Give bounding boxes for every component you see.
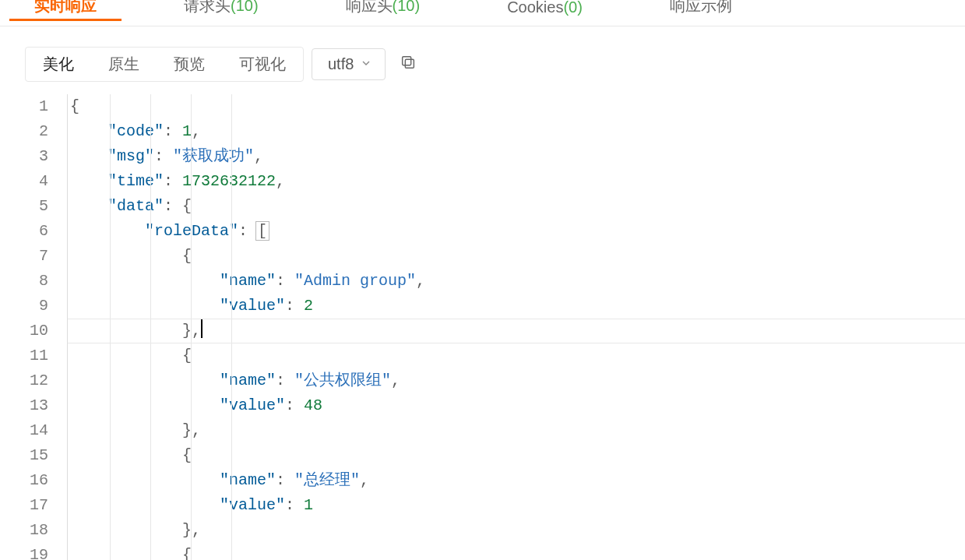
mode-raw[interactable]: 原生 (91, 48, 157, 81)
line-number: 3 (20, 144, 48, 169)
code-line: { (70, 543, 965, 560)
line-number: 6 (20, 219, 48, 244)
line-number: 2 (20, 119, 48, 144)
code-line: "name": "总经理", (70, 468, 965, 493)
token-key: "roleData" (145, 222, 238, 240)
text-cursor (201, 319, 203, 338)
token-punct: : (164, 197, 182, 215)
line-number: 5 (20, 194, 48, 219)
token-punct: , (192, 421, 201, 439)
token-key: "msg" (107, 147, 154, 165)
line-number: 9 (20, 294, 48, 319)
line-number: 19 (20, 543, 48, 560)
code-line: "code": 1, (70, 119, 965, 144)
token-punct: , (192, 122, 201, 140)
token-punct: , (276, 172, 285, 190)
chevron-down-icon (360, 55, 372, 73)
tab-count: (0) (563, 0, 582, 16)
code-editor[interactable]: 12345678910111213141516171819 { "code": … (20, 94, 965, 560)
tab-label: 实时响应 (34, 0, 97, 14)
code-line: }, (70, 418, 965, 443)
mode-preview[interactable]: 预览 (157, 48, 222, 81)
token-punct: : (285, 297, 304, 315)
line-number: 16 (20, 468, 48, 493)
code-line: "name": "Admin group", (70, 269, 965, 294)
tab-label: 响应头 (346, 0, 393, 14)
svg-rect-0 (406, 59, 414, 68)
token-punct: , (254, 147, 263, 165)
code-line: "msg": "获取成功", (70, 144, 965, 169)
token-punct: , (391, 372, 400, 389)
code-line: "value": 1 (70, 493, 965, 518)
line-number: 8 (20, 269, 48, 294)
token-punct: , (192, 322, 201, 340)
mode-pretty[interactable]: 美化 (26, 48, 91, 81)
token-brace: { (70, 97, 79, 115)
code-line: { (70, 244, 965, 269)
token-punct: : (285, 396, 304, 414)
code-line: "value": 2 (70, 294, 965, 319)
line-number: 15 (20, 443, 48, 468)
code-line: "data": { (70, 194, 965, 219)
token-key: "value" (220, 496, 285, 514)
token-num: 1 (304, 496, 313, 514)
token-punct: : (164, 172, 182, 190)
code-line: "name": "公共权限组", (70, 368, 965, 393)
tab-request-headers[interactable]: 请求头(10) (159, 0, 284, 21)
line-number: 4 (20, 169, 48, 194)
token-str: "Admin group" (294, 272, 416, 290)
token-key: "name" (220, 272, 276, 290)
token-key: "value" (220, 396, 285, 414)
svg-rect-1 (403, 57, 411, 65)
mode-visualize[interactable]: 可视化 (222, 48, 303, 81)
token-punct: : (276, 372, 294, 389)
nav-tabs: 实时响应 请求头(10) 响应头(10) Cookies(0) 响应示例 (0, 0, 965, 26)
line-number: 12 (20, 368, 48, 393)
token-punct: : (154, 147, 173, 165)
token-punct: : (276, 272, 294, 290)
code-line: { (70, 443, 965, 468)
tab-cookies[interactable]: Cookies(0) (482, 0, 608, 21)
token-punct: , (416, 272, 425, 290)
code-line: "value": 48 (70, 393, 965, 418)
token-num: 2 (304, 297, 313, 315)
line-number: 7 (20, 244, 48, 269)
encoding-select[interactable]: utf8 (312, 48, 386, 80)
code-line: }, (70, 518, 965, 543)
encoding-label: utf8 (328, 55, 354, 73)
token-num: 48 (304, 396, 322, 414)
token-key: "code" (107, 122, 164, 140)
token-key: "name" (220, 471, 276, 489)
copy-icon (400, 54, 417, 75)
code-line: { (70, 343, 965, 368)
token-punct: , (192, 521, 201, 539)
tab-response-body[interactable]: 实时响应 (9, 0, 122, 21)
code-line: "time": 1732632122, (70, 169, 965, 194)
line-number: 14 (20, 418, 48, 443)
copy-button[interactable] (393, 50, 423, 79)
token-str: "获取成功" (173, 147, 254, 165)
token-punct: : (276, 471, 294, 489)
token-punct: : (285, 496, 304, 514)
token-key: "value" (220, 297, 285, 315)
tab-count: (10) (231, 0, 259, 14)
code-line: "roleData": [ (70, 219, 965, 244)
token-punct: , (360, 471, 369, 489)
view-mode-segmented: 美化 原生 预览 可视化 (25, 47, 304, 82)
token-str: "总经理" (294, 471, 360, 489)
code-line: { (70, 94, 965, 119)
token-key: "name" (220, 372, 276, 389)
token-num: 1732632122 (182, 172, 276, 190)
line-number: 11 (20, 343, 48, 368)
tab-response-headers[interactable]: 响应头(10) (321, 0, 446, 21)
line-number: 18 (20, 518, 48, 543)
line-number: 17 (20, 493, 48, 518)
tab-response-example[interactable]: 响应示例 (645, 0, 757, 21)
code-line: }, (70, 319, 965, 343)
line-number: 10 (20, 319, 48, 343)
token-bracket-hl: [ (255, 221, 269, 241)
tab-label: 响应示例 (670, 0, 732, 14)
token-punct: : (238, 222, 257, 240)
token-key: "data" (107, 197, 164, 215)
line-number: 13 (20, 393, 48, 418)
